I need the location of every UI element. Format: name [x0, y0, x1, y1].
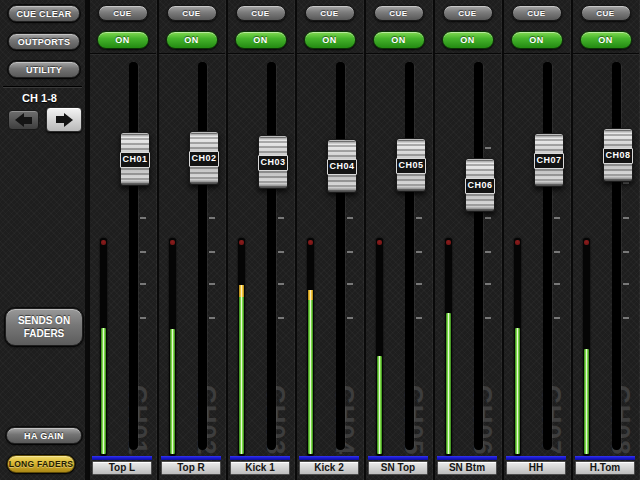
cue-button[interactable]: CUE: [167, 5, 217, 21]
channel-color-bar: [299, 456, 359, 460]
fader-knob-label: CH02: [189, 151, 219, 167]
channel-name[interactable]: Kick 2: [299, 461, 359, 475]
level-meter: [169, 238, 176, 456]
cue-button[interactable]: CUE: [98, 5, 148, 21]
channel-name[interactable]: Top R: [161, 461, 221, 475]
mixer-app: CUE CLEAR OUTPORTS UTILITY CH 1-8 SENDS …: [0, 0, 640, 480]
fader-track: [336, 62, 345, 450]
channel-strip-ch05: CUE ON CH05 CH05 SN Top: [364, 0, 433, 480]
channel-strips: CUE ON CH01 CH01 Top L CUE ON CH02: [88, 0, 640, 480]
fader-track: [405, 62, 414, 450]
channel-color-bar: [368, 456, 428, 460]
ha-gain-button[interactable]: HA GAIN: [6, 427, 82, 444]
channel-color-bar: [437, 456, 497, 460]
channel-color-bar: [230, 456, 290, 460]
level-meter: [445, 238, 452, 456]
meter-bar: [515, 328, 520, 454]
fader-knob-label: CH04: [327, 159, 357, 175]
fader-knob-label: CH07: [534, 153, 564, 169]
bank-prev-button[interactable]: [8, 110, 39, 130]
cue-button[interactable]: CUE: [374, 5, 424, 21]
meter-bar: [584, 349, 589, 454]
level-meter: [376, 238, 383, 456]
fader-knob-label: CH08: [603, 148, 633, 164]
fader-track: [612, 62, 621, 450]
fader-knob[interactable]: CH06: [465, 158, 495, 212]
fader-knob-label: CH05: [396, 158, 426, 174]
channel-strip-ch06: CUE ON CH06 CH06 SN Btm: [433, 0, 502, 480]
on-button[interactable]: ON: [511, 31, 563, 49]
cue-button[interactable]: CUE: [443, 5, 493, 21]
fader-knob-label: CH01: [120, 152, 150, 168]
clip-indicator: [377, 240, 382, 245]
level-meter: [238, 238, 245, 456]
on-button[interactable]: ON: [580, 31, 632, 49]
cue-clear-button[interactable]: CUE CLEAR: [8, 5, 80, 22]
left-arrow-icon: [15, 113, 32, 127]
level-meter: [583, 238, 590, 456]
strip-divider: [435, 53, 501, 54]
utility-button[interactable]: UTILITY: [8, 61, 80, 78]
fader-track: [543, 62, 552, 450]
channel-strip-ch02: CUE ON CH02 CH02 Top R: [157, 0, 226, 480]
fader-knob[interactable]: CH03: [258, 135, 288, 189]
meter-peak-segment: [239, 285, 244, 297]
clip-indicator: [446, 240, 451, 245]
sends-on-faders-button[interactable]: SENDS ON FADERS: [5, 308, 83, 346]
sends-on-faders-label-line1: SENDS ON: [18, 315, 70, 326]
fader-knob[interactable]: CH02: [189, 131, 219, 185]
clip-indicator: [584, 240, 589, 245]
bank-next-button[interactable]: [46, 107, 82, 132]
fader-knob[interactable]: CH01: [120, 132, 150, 186]
fader-knob-label: CH06: [465, 178, 495, 194]
clip-indicator: [170, 240, 175, 245]
on-button[interactable]: ON: [442, 31, 494, 49]
channel-strip-ch07: CUE ON CH07 CH07 HH: [502, 0, 571, 480]
channel-name[interactable]: Kick 1: [230, 461, 290, 475]
meter-bar: [101, 328, 106, 454]
channel-strip-ch01: CUE ON CH01 CH01 Top L: [88, 0, 157, 480]
cue-button[interactable]: CUE: [581, 5, 631, 21]
fader-knob[interactable]: CH07: [534, 133, 564, 187]
level-meter: [307, 238, 314, 456]
long-faders-button[interactable]: LONG FADERS: [7, 455, 75, 473]
fader-knob[interactable]: CH08: [603, 128, 633, 182]
channel-color-bar: [575, 456, 635, 460]
channel-name[interactable]: Top L: [92, 461, 152, 475]
channel-strip-ch08: CUE ON CH08 CH08 H.Tom: [571, 0, 640, 480]
outports-button[interactable]: OUTPORTS: [8, 33, 80, 50]
strip-divider: [504, 53, 570, 54]
fader-knob[interactable]: CH04: [327, 139, 357, 193]
on-button[interactable]: ON: [166, 31, 218, 49]
channel-name[interactable]: HH: [506, 461, 566, 475]
meter-peak-segment: [308, 290, 313, 300]
strip-divider: [228, 53, 294, 54]
right-arrow-icon: [56, 113, 73, 127]
level-meter: [100, 238, 107, 456]
meter-bar: [170, 329, 175, 454]
channel-name[interactable]: SN Top: [368, 461, 428, 475]
meter-bar: [308, 290, 313, 454]
cue-button[interactable]: CUE: [236, 5, 286, 21]
strip-divider: [159, 53, 225, 54]
cue-button[interactable]: CUE: [305, 5, 355, 21]
fader-track: [474, 62, 483, 450]
fader-track: [198, 62, 207, 450]
strip-divider: [297, 53, 363, 54]
cue-button[interactable]: CUE: [512, 5, 562, 21]
on-button[interactable]: ON: [235, 31, 287, 49]
fader-track: [129, 62, 138, 450]
meter-bar: [377, 356, 382, 454]
clip-indicator: [308, 240, 313, 245]
on-button[interactable]: ON: [97, 31, 149, 49]
channel-name[interactable]: H.Tom: [575, 461, 635, 475]
channel-name[interactable]: SN Btm: [437, 461, 497, 475]
sends-on-faders-label-line2: FADERS: [24, 328, 65, 339]
channel-color-bar: [161, 456, 221, 460]
sidebar: CUE CLEAR OUTPORTS UTILITY CH 1-8 SENDS …: [0, 0, 85, 480]
on-button[interactable]: ON: [373, 31, 425, 49]
on-button[interactable]: ON: [304, 31, 356, 49]
fader-knob[interactable]: CH05: [396, 138, 426, 192]
strip-divider: [573, 53, 639, 54]
channel-strip-ch04: CUE ON CH04 CH04 Kick 2: [295, 0, 364, 480]
